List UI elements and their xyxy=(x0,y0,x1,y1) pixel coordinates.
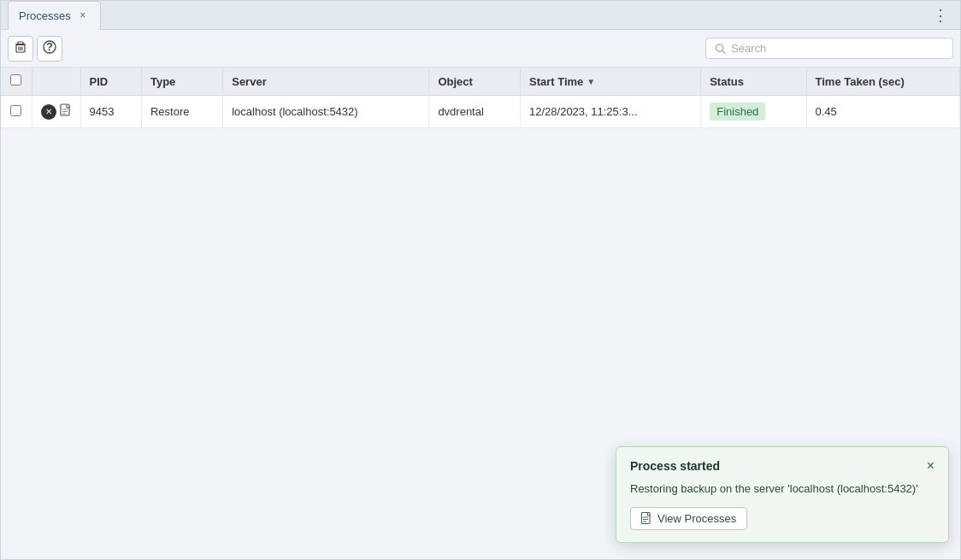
header-select-all[interactable] xyxy=(1,68,32,96)
toast-header: Process started × xyxy=(630,459,934,473)
help-button[interactable]: ? xyxy=(37,36,62,62)
toolbar-left: ? xyxy=(8,36,62,62)
view-processes-label: View Processes xyxy=(657,512,736,525)
row-stop-icon[interactable] xyxy=(41,104,56,120)
select-all-checkbox[interactable] xyxy=(10,74,21,85)
row-checkbox[interactable] xyxy=(10,105,21,116)
row-status: Finished xyxy=(701,96,806,128)
row-icons-cell xyxy=(32,96,80,128)
svg-text:?: ? xyxy=(46,40,53,53)
header-type: Type xyxy=(141,68,222,96)
table-body: 9453 Restore localhost (localhost:5432) … xyxy=(1,96,960,128)
tab-close-button[interactable]: × xyxy=(76,9,90,22)
header-object: Object xyxy=(429,68,521,96)
start-time-sort[interactable]: Start Time ▼ xyxy=(529,75,595,88)
start-time-label: Start Time xyxy=(529,75,583,88)
header-status: Status xyxy=(701,68,806,96)
delete-icon xyxy=(14,40,27,56)
tab-bar: Processes × ⋮ xyxy=(1,1,960,30)
toast-title: Process started xyxy=(630,459,720,473)
sort-arrow-icon: ▼ xyxy=(587,77,595,86)
header-time-taken: Time Taken (sec) xyxy=(806,68,959,96)
toast-close-button[interactable]: × xyxy=(927,459,934,473)
search-input[interactable] xyxy=(731,42,944,55)
svg-line-8 xyxy=(722,50,725,53)
view-processes-button[interactable]: View Processes xyxy=(630,507,747,530)
row-checkbox-cell[interactable] xyxy=(1,96,32,128)
header-start-time[interactable]: Start Time ▼ xyxy=(521,68,701,96)
toast-body: Restoring backup on the server 'localhos… xyxy=(630,481,934,497)
help-icon: ? xyxy=(43,40,56,56)
toolbar: ? xyxy=(1,30,960,68)
menu-dots-button[interactable]: ⋮ xyxy=(928,3,953,28)
row-time-taken: 0.45 xyxy=(806,96,959,128)
header-icons xyxy=(32,68,80,96)
view-processes-doc-icon xyxy=(641,512,652,525)
search-icon xyxy=(715,43,726,55)
tab-processes[interactable]: Processes × xyxy=(8,1,101,30)
row-start-time: 12/28/2023, 11:25:3... xyxy=(521,96,701,128)
table-row: 9453 Restore localhost (localhost:5432) … xyxy=(1,96,960,128)
table-header: PID Type Server Object Start Time ▼ Stat… xyxy=(1,68,960,96)
row-pid: 9453 xyxy=(80,96,141,128)
row-server: localhost (localhost:5432) xyxy=(223,96,429,128)
search-box[interactable] xyxy=(705,38,953,59)
row-type: Restore xyxy=(141,96,222,128)
tab-bar-left: Processes × xyxy=(8,1,101,30)
tab-label: Processes xyxy=(19,9,71,22)
header-pid: PID xyxy=(80,68,141,96)
row-doc-icon[interactable] xyxy=(60,103,72,120)
status-badge: Finished xyxy=(710,103,765,121)
delete-button[interactable] xyxy=(8,36,33,62)
row-object: dvdrental xyxy=(429,96,521,128)
header-server: Server xyxy=(223,68,429,96)
toast-notification: Process started × Restoring backup on th… xyxy=(616,446,949,543)
processes-table: PID Type Server Object Start Time ▼ Stat… xyxy=(1,68,960,128)
svg-rect-13 xyxy=(642,513,651,524)
